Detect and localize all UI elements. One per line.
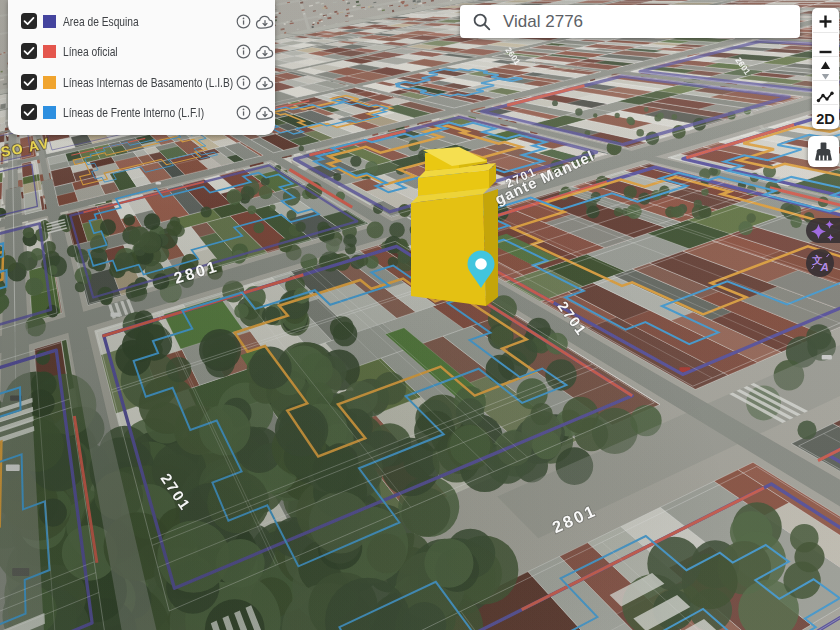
svg-text:2701: 2701 [158,470,195,514]
svg-text:2701: 2701 [555,298,590,338]
svg-text:2601: 2601 [733,55,752,76]
svg-text:2601: 2601 [503,45,522,66]
svg-text:2D: 2D [816,111,835,127]
svg-text:2801: 2801 [172,257,221,287]
svg-text:SO AV: SO AV [0,135,51,160]
svg-text:A: A [820,261,829,273]
svg-text:2801: 2801 [549,501,599,536]
